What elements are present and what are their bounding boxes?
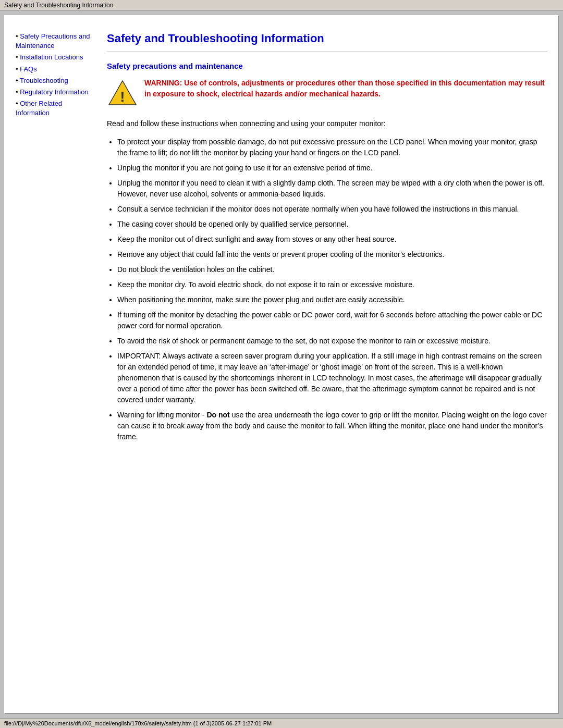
list-item: Do not block the ventilation holes on th… — [117, 264, 547, 275]
page-title: Safety and Troubleshooting Information — [107, 32, 547, 45]
sidebar-item-other-related-information[interactable]: • Other Related Information — [16, 99, 94, 118]
sidebar-item-safety-precautions[interactable]: • Safety Precautions and Maintenance — [16, 32, 94, 51]
title-bar: Safety and Troubleshooting Information — [0, 0, 563, 11]
list-item: Unplug the monitor if you need to clean … — [117, 178, 547, 200]
section-title: Safety precautions and maintenance — [107, 61, 547, 70]
list-item: Keep the monitor out of direct sunlight … — [117, 234, 547, 245]
sidebar-item-installation-locations[interactable]: • Installation Locations — [16, 53, 94, 62]
warning-icon: ! — [107, 78, 138, 109]
list-item: Warning for lifting monitor - Do not use… — [117, 410, 547, 442]
intro-text: Read and follow these instructions when … — [107, 118, 547, 129]
svg-text:!: ! — [120, 89, 125, 105]
list-item: To avoid the risk of shock or permanent … — [117, 336, 547, 347]
sidebar: • Safety Precautions and Maintenance • I… — [16, 32, 99, 702]
status-bar-text: file:///D|/My%20Documents/dfu/X6_model/e… — [4, 720, 272, 726]
list-item: The casing cover should be opened only b… — [117, 219, 547, 230]
divider — [107, 52, 547, 52]
warning-text: WARNING: Use of controls, adjustments or… — [144, 78, 547, 100]
title-bar-text: Safety and Troubleshooting Information — [4, 2, 113, 9]
bullet-list: To protect your display from possible da… — [117, 137, 547, 442]
bold-inline-do-not: Do not — [206, 411, 229, 419]
sidebar-item-troubleshooting[interactable]: • Troubleshooting — [16, 76, 94, 85]
list-item: Consult a service technician if the moni… — [117, 204, 547, 215]
sidebar-item-faqs[interactable]: • FAQs — [16, 65, 94, 74]
main-content: Safety and Troubleshooting Information S… — [99, 32, 547, 702]
list-item: Remove any object that could fall into t… — [117, 249, 547, 260]
list-item: IMPORTANT: Always activate a screen save… — [117, 351, 547, 405]
warning-triangle-icon: ! — [108, 79, 137, 108]
status-bar: file:///D|/My%20Documents/dfu/X6_model/e… — [0, 718, 563, 728]
list-item: Keep the monitor dry. To avoid electric … — [117, 279, 547, 290]
sidebar-item-regulatory-information[interactable]: • Regulatory Information — [16, 88, 94, 97]
list-item: Unplug the monitor if you are not going … — [117, 163, 547, 174]
warning-box: ! WARNING: Use of controls, adjustments … — [107, 78, 547, 109]
content-area: • Safety Precautions and Maintenance • I… — [5, 16, 558, 713]
list-item: To protect your display from possible da… — [117, 137, 547, 158]
list-item: When positioning the monitor, make sure … — [117, 294, 547, 305]
list-item: If turning off the monitor by detaching … — [117, 310, 547, 331]
browser-window: • Safety Precautions and Maintenance • I… — [4, 15, 559, 714]
